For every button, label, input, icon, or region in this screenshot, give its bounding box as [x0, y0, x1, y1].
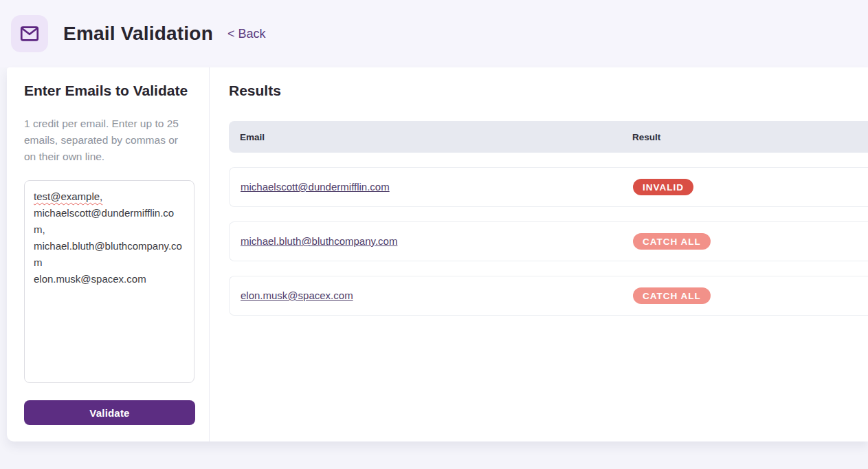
validate-panel: Enter Emails to Validate 1 credit per em… — [7, 67, 210, 441]
status-badge: INVALID — [633, 179, 693, 195]
email-link[interactable]: michael.bluth@bluthcompany.com — [241, 235, 397, 247]
content-card: Enter Emails to Validate 1 credit per em… — [7, 67, 868, 441]
panel-heading: Enter Emails to Validate — [24, 83, 195, 99]
app-header: Email Validation < Back — [0, 0, 868, 67]
result-row: michael.bluth@bluthcompany.comCATCH ALL — [229, 221, 868, 261]
column-header-email: Email — [240, 132, 632, 142]
validate-button[interactable]: Validate — [24, 400, 195, 425]
email-cell: michaelscott@dundermifflin.com — [241, 181, 633, 193]
results-heading: Results — [229, 83, 868, 99]
emails-input[interactable]: test@example, michaelscott@dundermifflin… — [24, 180, 194, 383]
input-line: elon.musk@spacex.com — [34, 273, 146, 285]
email-link[interactable]: michaelscott@dundermifflin.com — [241, 181, 390, 193]
back-link[interactable]: < Back — [227, 27, 266, 41]
email-cell: elon.musk@spacex.com — [241, 290, 633, 302]
page-title: Email Validation — [63, 23, 213, 45]
instructions-text: 1 credit per email. Enter up to 25 email… — [24, 116, 186, 165]
status-badge: CATCH ALL — [633, 287, 711, 304]
email-link[interactable]: elon.musk@spacex.com — [241, 290, 353, 301]
email-cell: michael.bluth@bluthcompany.com — [241, 235, 633, 248]
mail-icon — [11, 15, 48, 52]
column-header-result: Result — [632, 132, 660, 142]
results-rows: michaelscott@dundermifflin.comINVALIDmic… — [229, 167, 868, 316]
results-panel: Results Email Result michaelscott@dunder… — [210, 67, 868, 441]
status-badge: CATCH ALL — [633, 233, 711, 250]
result-row: elon.musk@spacex.comCATCH ALL — [229, 276, 868, 316]
results-table-header: Email Result — [229, 121, 868, 153]
input-line: test@example, — [34, 190, 102, 202]
input-line: michael.bluth@bluthcompany.com — [34, 240, 182, 268]
result-row: michaelscott@dundermifflin.comINVALID — [229, 167, 868, 207]
input-line: michaelscott@dundermifflin.com, — [34, 207, 174, 235]
